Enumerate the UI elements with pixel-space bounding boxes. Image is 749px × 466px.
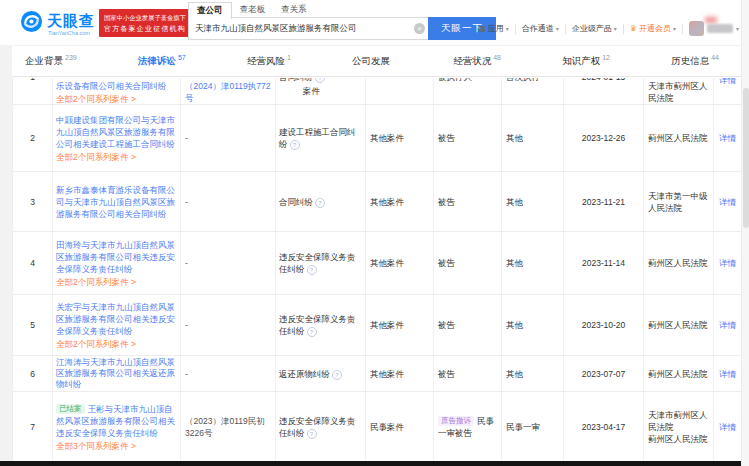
case-type-cell: 民事案件 xyxy=(366,392,434,462)
case-name-link[interactable]: 田海玲与天津市九山顶自然风景区旅游服务有限公司相关违反安全保障义务责任纠纷 xyxy=(56,239,175,275)
row-seq: 4 xyxy=(13,232,53,294)
gov-certification-badge: 国家中小企业发展子基金旗下 官方备案企业征信机构 xyxy=(99,9,191,37)
menu-apps[interactable]: ▦ 应用 ▾ xyxy=(478,23,509,34)
chevron-down-icon: ▾ xyxy=(556,25,559,32)
user-account[interactable]: ▾ xyxy=(689,21,739,36)
table-row: 2 中颢建设集团有限公司与天津市九山顶自然风景区旅游服务有限公司相关建设工程施工… xyxy=(13,105,742,172)
series-cases-link[interactable]: 全部3个同系列案件 > xyxy=(56,440,175,452)
case-name-link[interactable]: 乐设备有限公司相关合同纠纷 xyxy=(56,80,175,92)
case-number-cell: - xyxy=(181,295,276,355)
search-tab-boss[interactable]: 查老板 xyxy=(232,2,274,18)
tab-operation-status[interactable]: 经营状况48 xyxy=(453,54,501,68)
court-cell: 天津市蓟州区人民法院 蓟州区人民法院 xyxy=(644,392,714,462)
menu-vip[interactable]: ♛ 开通会员 ▾ xyxy=(630,23,676,34)
detail-link[interactable]: 详情 xyxy=(719,368,736,380)
tab-count: 239 xyxy=(65,54,77,61)
menu-enterprise-label: 企业级产品 xyxy=(572,23,612,34)
tab-company-development[interactable]: 公司发展 xyxy=(352,54,392,68)
info-icon: ? xyxy=(315,78,325,83)
search-input[interactable] xyxy=(188,17,428,40)
page-scrollbar[interactable] xyxy=(741,0,749,466)
chevron-down-icon: ▾ xyxy=(736,25,739,32)
tab-count: 1 xyxy=(287,54,291,61)
detail-link[interactable]: 详情 xyxy=(719,421,736,433)
case-result-cell: 民事一审 xyxy=(502,392,564,462)
badge-line2: 官方备案企业征信机构 xyxy=(99,24,191,33)
court-cell: 蓟州区人民法院 xyxy=(644,356,714,391)
table-row: 3 新乡市鑫泰体育游乐设备有限公司与天津市九山顶自然风景区旅游服务有限公司相关合… xyxy=(13,172,742,232)
detail-link[interactable]: 详情 xyxy=(719,196,736,208)
tab-history-info[interactable]: 历史信息44 xyxy=(671,54,719,68)
brand-domain: TianYanCha.com xyxy=(48,30,90,36)
search-tab-relation[interactable]: 查关系 xyxy=(273,2,315,18)
case-result-cell: 其他 xyxy=(502,172,564,231)
series-cases-link[interactable]: 全部2个同系列案件 > xyxy=(56,151,175,163)
menu-enterprise-products[interactable]: 企业级产品 ▾ xyxy=(572,23,617,34)
row-seq: 6 xyxy=(13,356,53,391)
case-date-cell: 2023-11-21 xyxy=(564,172,644,231)
tab-label: 公司发展 xyxy=(352,55,390,66)
info-icon: ? xyxy=(307,265,317,275)
case-type-cell: 其他案件 xyxy=(366,232,434,294)
info-icon: ? xyxy=(307,327,317,337)
header-menu: ▦ 应用 ▾ 合作通道 ▾ 企业级产品 ▾ ♛ 开通会员 ▾ xyxy=(478,17,739,40)
case-number-link[interactable]: （2024）津0119执772号 xyxy=(185,80,271,104)
detail-link[interactable]: 详情 xyxy=(719,319,736,331)
case-type-cell: 其他案件 xyxy=(366,105,434,171)
series-cases-link[interactable]: 全部2个同系列案件 > xyxy=(56,338,175,350)
chevron-down-icon: ▾ xyxy=(506,25,509,32)
menu-cooperation[interactable]: 合作通道 ▾ xyxy=(522,23,559,34)
court-cell: 蓟州区人民法院 xyxy=(644,295,714,355)
case-cause-cell: 建设工程施工合同纠纷? xyxy=(276,105,366,171)
grid-icon: ▦ xyxy=(478,24,486,33)
scrollbar-thumb[interactable] xyxy=(743,88,749,228)
case-type-cell xyxy=(366,78,434,104)
clear-search-icon[interactable]: × xyxy=(414,23,425,34)
detail-link[interactable]: 详情 xyxy=(719,132,736,144)
detail-link[interactable]: 详情 xyxy=(719,257,736,269)
divider xyxy=(682,24,683,34)
case-role-cell: 被告 xyxy=(434,105,502,171)
case-name-link[interactable]: 关宏宇与天津市九山顶自然风景区旅游服务有限公司相关违反安全保障义务责任纠纷 xyxy=(56,301,175,337)
chevron-down-icon: ▾ xyxy=(614,25,617,32)
tab-company-background[interactable]: 企业背景239 xyxy=(25,54,77,68)
username-blurred xyxy=(707,24,733,33)
tab-operation-risk[interactable]: 经营风险1 xyxy=(247,54,291,68)
case-role-cell: 被告 xyxy=(434,232,502,294)
tianyancha-logo-icon[interactable] xyxy=(20,10,43,33)
avatar-blur-overlay xyxy=(705,17,717,23)
case-number-cell: （2023）津0119民初3226号 xyxy=(181,392,276,462)
info-icon: ? xyxy=(332,370,342,380)
case-name-link[interactable]: 中颢建设集团有限公司与天津市九山顶自然风景区旅游服务有限公司相关建设工程施工合同… xyxy=(56,114,175,150)
divider xyxy=(623,24,624,34)
page-left-gutter xyxy=(0,45,12,462)
row-seq: 1 xyxy=(13,78,53,104)
case-date-cell: 2023-12-26 xyxy=(564,105,644,171)
case-date-cell: 2023-10-20 xyxy=(564,295,644,355)
info-icon: ? xyxy=(290,140,300,150)
brand-title[interactable]: 天眼查 xyxy=(47,12,95,31)
case-name-link[interactable]: 江海涛与天津市九山顶自然风景区旅游服务有限公司相关返还原物纠纷 xyxy=(56,357,175,390)
case-name-link[interactable]: 新乡市鑫泰体育游乐设备有限公司与天津市九山顶自然风景区旅游服务有限公司相关合同纠… xyxy=(56,184,175,220)
series-cases-link[interactable]: 全部2个同系列案件 > xyxy=(56,276,175,288)
tab-count: 12 xyxy=(602,54,610,61)
case-name-cell: 乐设备有限公司相关合同纠纷 全部2个同系列案件 > xyxy=(53,78,181,104)
case-type-cell: 其他案件 xyxy=(366,295,434,355)
tab-legal-litigation[interactable]: 法律诉讼57 xyxy=(138,54,186,68)
table-row: 7 已结案王彬与天津市九山顶自然风景区旅游服务有限公司相关违反安全保障义务责任纠… xyxy=(13,392,742,462)
company-section-tabs: 企业背景239 法律诉讼57 经营风险1 公司发展 经营状况48 知识产权12 … xyxy=(0,45,749,77)
search-tab-company[interactable]: 查公司 xyxy=(188,2,232,19)
series-cases-link[interactable]: 全部2个同系列案件 > xyxy=(56,93,175,104)
info-icon: ? xyxy=(315,198,325,208)
bottom-edge-bar xyxy=(0,461,741,466)
case-number-cell: - xyxy=(181,232,276,294)
court-cell: 蓟州区人民法院 xyxy=(644,232,714,294)
info-icon: ? xyxy=(307,429,317,439)
case-result-badge: 原告撤诉 xyxy=(438,416,474,426)
tab-count: 44 xyxy=(711,54,719,61)
action-cell: 详情 xyxy=(714,172,742,231)
tab-intellectual-property[interactable]: 知识产权12 xyxy=(562,54,610,68)
action-cell: 详情 xyxy=(714,356,742,391)
action-cell: 详情 xyxy=(714,392,742,462)
detail-link[interactable]: 详情 xyxy=(719,78,736,86)
